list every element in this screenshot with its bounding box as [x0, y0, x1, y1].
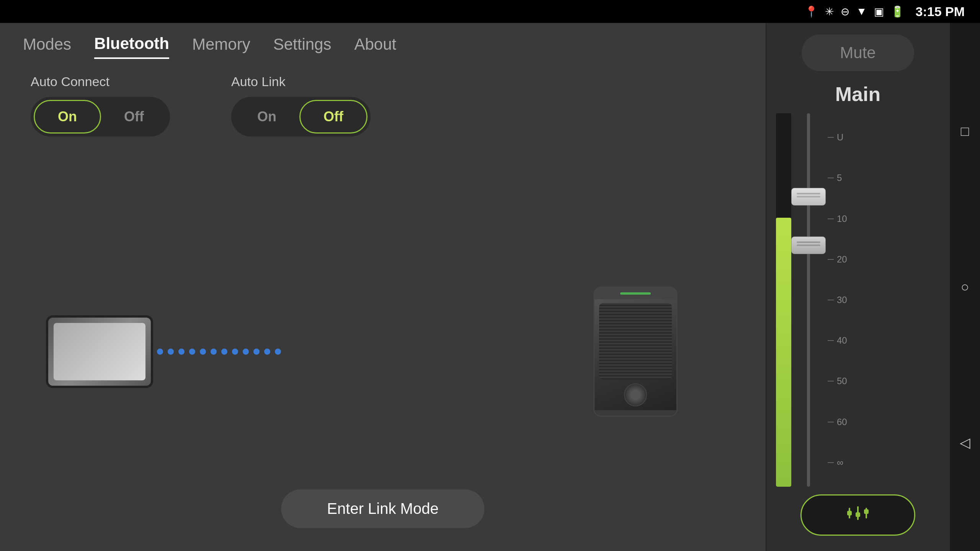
scale-label-inf: ∞ — [828, 457, 847, 468]
square-button[interactable]: □ — [954, 120, 977, 143]
dot-3 — [178, 349, 185, 355]
scale-tick-50 — [828, 381, 834, 381]
scale-label-60: 60 — [828, 417, 847, 427]
auto-link-off-button[interactable]: Off — [299, 100, 368, 134]
dot-10 — [253, 349, 260, 355]
main-content: Modes Bluetooth Memory Settings About Au… — [0, 23, 980, 551]
tab-modes[interactable]: Modes — [23, 35, 71, 58]
eq-icon — [846, 505, 869, 525]
circle-button[interactable]: ○ — [954, 276, 977, 298]
toggle-section: Auto Connect On Off Auto Link On Off — [0, 59, 766, 152]
scale-label-10: 10 — [828, 214, 847, 224]
dot-11 — [264, 349, 270, 355]
fader-section: U 5 10 20 30 — [766, 113, 949, 487]
svg-rect-5 — [864, 509, 869, 514]
tab-memory[interactable]: Memory — [192, 35, 250, 58]
meter-background — [776, 113, 791, 487]
dot-6 — [211, 349, 217, 355]
auto-connect-label: Auto Connect — [31, 74, 109, 89]
scale-tick-20 — [828, 259, 834, 260]
speaker-illustration — [582, 279, 689, 424]
wifi-icon: ▼ — [856, 5, 867, 18]
dot-1 — [157, 349, 163, 355]
speaker-led — [620, 292, 651, 295]
device-tablet — [46, 315, 153, 388]
auto-connect-on-button[interactable]: On — [34, 100, 101, 134]
enter-link-mode-button[interactable]: Enter Link Mode — [281, 489, 484, 528]
location-icon: 📍 — [805, 5, 818, 18]
auto-link-toggle: On Off — [231, 97, 371, 137]
speaker-grille — [599, 303, 672, 380]
mute-button[interactable]: Mute — [802, 34, 914, 71]
scale-label-50: 50 — [828, 376, 847, 386]
svg-rect-1 — [847, 511, 852, 515]
speaker-tweeter — [624, 383, 647, 406]
fader-track — [807, 113, 810, 487]
scale-tick-40 — [828, 340, 834, 341]
tab-bluetooth[interactable]: Bluetooth — [94, 34, 169, 59]
tablet-screen — [54, 323, 145, 380]
auto-link-group: Auto Link On Off — [231, 74, 371, 137]
scale-label-5: 5 — [828, 173, 847, 183]
status-icons: 📍 ✳ ⊖ ▼ ▣ 🔋 — [805, 5, 904, 18]
scale-labels: U 5 10 20 30 — [824, 113, 847, 487]
back-button[interactable]: ◁ — [954, 431, 977, 454]
dot-5 — [200, 349, 206, 355]
scale-tick-30 — [828, 300, 834, 300]
meter-top-dark — [776, 113, 791, 132]
battery-icon: 🔋 — [891, 5, 904, 18]
dot-9 — [243, 349, 249, 355]
auto-connect-off-button[interactable]: Off — [101, 100, 167, 134]
scale-label-30: 30 — [828, 295, 847, 305]
scale-tick-60 — [828, 422, 834, 422]
bluetooth-icon: ✳ — [825, 5, 834, 18]
side-nav: □ ○ ◁ — [949, 23, 980, 551]
dot-8 — [232, 349, 238, 355]
svg-rect-3 — [856, 512, 860, 517]
scale-label-40: 40 — [828, 335, 847, 346]
level-meter — [774, 113, 793, 487]
meter-fill — [776, 218, 791, 487]
speaker-top — [595, 288, 676, 299]
fader-track-container — [797, 113, 820, 487]
fader-handle-upper[interactable] — [791, 188, 826, 205]
status-bar: 📍 ✳ ⊖ ▼ ▣ 🔋 3:15 PM — [0, 0, 980, 23]
fader-handle-lower[interactable] — [791, 236, 826, 254]
minus-circle-icon: ⊖ — [841, 5, 849, 18]
speaker-bottom — [595, 410, 676, 417]
scale-tick-u — [828, 137, 834, 138]
speaker-vent — [616, 416, 655, 417]
auto-link-label: Auto Link — [231, 74, 286, 89]
status-time: 3:15 PM — [916, 4, 965, 19]
right-panel: Mute Main — [766, 23, 949, 551]
scale-tick-inf — [828, 462, 834, 463]
scale-label-20: 20 — [828, 254, 847, 265]
scale-tick-5 — [828, 178, 834, 178]
auto-connect-toggle: On Off — [31, 97, 170, 137]
connection-line — [157, 349, 281, 355]
auto-connect-group: Auto Connect On Off — [31, 74, 170, 137]
sim-icon: ▣ — [874, 5, 884, 18]
speaker-body — [593, 287, 678, 417]
dot-4 — [189, 349, 195, 355]
scale-label-u: U — [828, 132, 847, 143]
tab-about[interactable]: About — [354, 35, 396, 58]
tab-settings[interactable]: Settings — [273, 35, 332, 58]
dot-2 — [168, 349, 174, 355]
scale-tick-10 — [828, 218, 834, 219]
main-label: Main — [835, 83, 880, 106]
eq-button[interactable] — [800, 494, 915, 536]
dot-12 — [275, 349, 281, 355]
nav-tabs: Modes Bluetooth Memory Settings About — [0, 23, 766, 59]
left-panel: Modes Bluetooth Memory Settings About Au… — [0, 23, 766, 551]
auto-link-on-button[interactable]: On — [234, 100, 299, 134]
dot-7 — [221, 349, 227, 355]
